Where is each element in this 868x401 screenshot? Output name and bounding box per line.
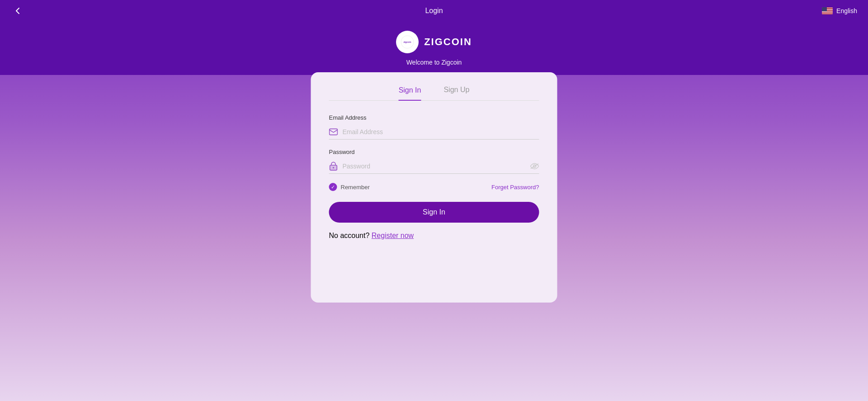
lock-icon bbox=[329, 162, 338, 171]
email-input[interactable] bbox=[343, 125, 539, 139]
password-toggle-icon[interactable] bbox=[530, 162, 539, 171]
svg-rect-2 bbox=[330, 129, 338, 135]
email-label: Email Address bbox=[329, 114, 539, 121]
login-card: Sign In Sign Up Email Address Password bbox=[311, 72, 557, 303]
zigcoin-logo-svg: zigcoin bbox=[401, 35, 414, 49]
password-label: Password bbox=[329, 149, 539, 155]
password-group: Password bbox=[329, 149, 539, 174]
header-section: zigcoin ZIGCOIN Welcome to Zigcoin bbox=[0, 22, 868, 75]
flag-icon bbox=[822, 7, 833, 14]
logo-icon: zigcoin bbox=[396, 31, 419, 53]
password-input-wrapper bbox=[329, 159, 539, 174]
remember-row: Remember Forget Password? bbox=[329, 183, 539, 191]
page-title: Login bbox=[425, 7, 443, 15]
register-link[interactable]: Register now bbox=[372, 232, 414, 239]
remember-checkbox[interactable] bbox=[329, 183, 337, 191]
remember-left: Remember bbox=[329, 183, 370, 191]
remember-label: Remember bbox=[341, 184, 370, 191]
email-input-wrapper bbox=[329, 125, 539, 140]
back-icon bbox=[14, 6, 23, 15]
top-bar: Login English bbox=[0, 0, 868, 22]
svg-text:zigcoin: zigcoin bbox=[404, 41, 411, 43]
email-group: Email Address bbox=[329, 114, 539, 140]
password-input[interactable] bbox=[343, 159, 530, 173]
tab-sign-up[interactable]: Sign Up bbox=[443, 86, 469, 100]
logo-container: zigcoin ZIGCOIN bbox=[396, 31, 472, 53]
brand-name: ZIGCOIN bbox=[424, 36, 472, 48]
svg-point-4 bbox=[333, 167, 334, 168]
back-button[interactable] bbox=[11, 4, 25, 18]
language-selector[interactable]: English bbox=[822, 7, 857, 14]
sign-in-button[interactable]: Sign In bbox=[329, 202, 539, 223]
language-label: English bbox=[836, 7, 857, 14]
no-account-label: No account? bbox=[329, 232, 370, 239]
email-icon bbox=[329, 127, 338, 136]
welcome-text: Welcome to Zigcoin bbox=[406, 59, 462, 66]
forget-password-link[interactable]: Forget Password? bbox=[491, 184, 539, 191]
tab-sign-in[interactable]: Sign In bbox=[399, 86, 421, 101]
auth-tabs: Sign In Sign Up bbox=[329, 86, 539, 101]
no-account-text: No account? Register now bbox=[329, 232, 539, 240]
